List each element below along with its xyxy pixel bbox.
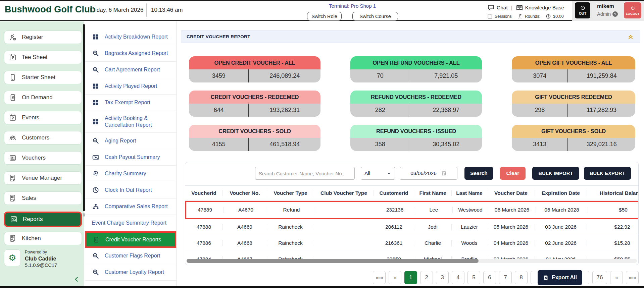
report-menu-item-cash-payout-summary[interactable]: Cash Payout Summary (85, 149, 176, 166)
pagination-page-1[interactable]: 1 (404, 271, 417, 284)
column-header-expiration-date[interactable]: Expiration Date (535, 190, 587, 196)
horizontal-scrollbar-thumb[interactable] (187, 259, 479, 263)
clock-out-button[interactable]: OUT (575, 2, 590, 18)
logout-button[interactable]: LOGOUT (624, 2, 641, 18)
calendar-picker-icon[interactable] (441, 171, 447, 176)
edit-profile-icon[interactable]: ✎ (612, 11, 618, 17)
date-input[interactable]: 03/06/2026 (400, 167, 457, 180)
table-row-highlighted[interactable]: 47889A4670Refund232136LeeWestwood06 Marc… (185, 201, 639, 219)
cell-voucher-no: A4668 (223, 240, 267, 246)
knowledge-base-link[interactable]: Knowledge Base (516, 4, 564, 11)
sidebar-item-starter-sheet[interactable]: Starter Sheet (4, 71, 82, 84)
report-menu-item-activity-breakdown-report[interactable]: Activity Breakdown Report (85, 29, 176, 45)
voucher-table-card: All 03/06/2026 Search Clear BULK IMPORT … (185, 162, 639, 265)
settings-button[interactable]: ⚙ (4, 249, 21, 266)
column-header-voucher-type[interactable]: Voucher Type (267, 190, 314, 196)
search-input[interactable] (255, 167, 355, 180)
report-menu-label: Activity Booking & Cancellation Report (105, 115, 174, 128)
report-menu-item-clock-in-out-report[interactable]: Clock In Out Report (85, 182, 176, 198)
report-menu-item-comparative-sales-report[interactable]: Comparative Sales Report (85, 198, 176, 215)
balance-display[interactable]: $0.00 (546, 14, 563, 19)
column-header-club-voucher-type[interactable]: Club Voucher Type (314, 190, 374, 196)
bulk-import-button[interactable]: BULK IMPORT (532, 167, 579, 180)
horizontal-scrollbar[interactable] (187, 259, 637, 263)
sidebar-item-events[interactable]: Events (4, 111, 82, 124)
voucher-type-selected: All (364, 170, 370, 176)
pagination-page-3[interactable]: 3 (436, 271, 449, 284)
calendar-balloon-icon (8, 114, 17, 122)
report-menu-item-bagracks-assigned-report[interactable]: Bagracks Assigned Report (85, 45, 176, 62)
column-header-customerid[interactable]: CustomerId (374, 190, 414, 196)
pagination-page-7[interactable]: 7 (499, 271, 512, 284)
column-header-voucher-no[interactable]: Voucher No. (223, 190, 267, 196)
sidebar-item-reports[interactable]: Reports (4, 212, 82, 227)
card-title: OPEN REFUND VOUCHERS - ALL (350, 56, 482, 69)
cell-expiration-date: 03 June 2026 (535, 224, 587, 230)
pagination-prev-button[interactable]: « (389, 271, 401, 284)
report-menu-item-customer-flags-report[interactable]: Customer Flags Report (85, 248, 176, 264)
reports-menu-scrollbar[interactable] (83, 24, 85, 211)
export-all-button[interactable]: Export All (538, 270, 582, 285)
column-header-last-name[interactable]: Last Name (452, 190, 487, 196)
logout-label: LOGOUT (626, 12, 640, 15)
cell-voucher-date: 06 March 2026 (488, 207, 536, 213)
report-menu-item-activity-booking-cancellation-report[interactable]: Activity Booking & Cancellation Report (85, 111, 176, 133)
column-header-first-name[interactable]: First Name (414, 190, 452, 196)
pagination-page-2[interactable]: 2 (420, 271, 433, 284)
report-menu-item-tax-exempt-report[interactable]: Tax Exempt Report (85, 95, 176, 111)
sidebar-item-label: Register (22, 34, 43, 41)
report-menu-item-aging-report[interactable]: Aging Report (85, 133, 176, 149)
book-icon (92, 170, 100, 177)
bulk-export-button[interactable]: BULK EXPORT (584, 167, 631, 180)
report-menu-item-customer-loyalty-report[interactable]: Customer Loyalty Report (85, 264, 176, 281)
sidebar-item-on-demand[interactable]: On Demand (4, 91, 82, 104)
report-menu-label: Credit Voucher Reports (105, 236, 161, 243)
clock-icon (92, 187, 100, 193)
main-content: CREDIT VOUCHER REPORT OPEN CREDIT VOUCHE… (177, 21, 644, 286)
sidebar-item-vouchers[interactable]: Vouchers (4, 151, 82, 165)
table-body: 47889A4670Refund232136LeeWestwood06 Marc… (185, 201, 639, 260)
chat-label: Chat (497, 5, 508, 11)
table-row[interactable]: 47888A4669Raincheck206112JodiLauzier05 M… (185, 219, 639, 235)
pagination-page-4[interactable]: 4 (452, 271, 464, 284)
report-menu-item-event-charge-summary-report[interactable]: Event Charge Summary Report (85, 215, 176, 231)
pagination-page-5[interactable]: 5 (467, 271, 480, 284)
pagination-page-76[interactable]: 76 (592, 271, 607, 284)
pagination-first-button[interactable]: ««« (373, 271, 386, 284)
collapse-panel-icon[interactable] (627, 33, 634, 40)
column-header-voucher-date[interactable]: Voucher Date (487, 190, 535, 196)
cell-voucher-no: A4669 (223, 224, 267, 230)
card-body: 298117,282.93 (512, 104, 635, 117)
summary-card-credit-vouchers-redeemed: CREDIT VOUCHERS - REDEEMED644193,262.31 (189, 91, 320, 117)
cell-voucherid: 47886 (185, 240, 223, 246)
sidebar-item-kitchen[interactable]: Kitchen (4, 232, 82, 245)
sidebar-collapse-button[interactable] (73, 276, 81, 284)
column-header-historical-balance[interactable]: Historical Balance (587, 190, 639, 196)
pagination-next-button[interactable]: » (610, 271, 623, 284)
sidebar-item-customers[interactable]: Customers (4, 131, 82, 145)
report-menu-item-charity-summary[interactable]: Charity Summary (85, 166, 176, 182)
pagination-last-button[interactable]: »»» (626, 271, 639, 284)
sidebar-item-register[interactable]: Register (4, 31, 82, 44)
table-row[interactable]: 47886A4668Raincheck216361CharlieWoods04 … (185, 235, 639, 251)
switch-role-button[interactable]: Switch Role (307, 12, 342, 21)
report-menu-item-cart-agreement-report[interactable]: Cart Agreement Report (85, 62, 176, 78)
report-menu-item-credit-voucher-reports[interactable]: Credit Voucher Reports (85, 231, 176, 248)
pagination-page-6[interactable]: 6 (483, 271, 496, 284)
voucher-type-select[interactable]: All (361, 167, 395, 180)
card-body: 3413329,021.16 (512, 138, 635, 151)
clear-button[interactable]: Clear (500, 167, 526, 180)
sidebar-item-tee-sheet[interactable]: Tee Sheet (4, 51, 82, 64)
switch-course-button[interactable]: Switch Course (352, 12, 398, 21)
search-button[interactable]: Search (464, 167, 493, 180)
pagination-page-8[interactable]: 8 (515, 271, 528, 284)
rounds-link[interactable]: Rounds: (517, 13, 541, 19)
card-count: 644 (189, 104, 249, 117)
sidebar-item-sales[interactable]: Sales (4, 191, 82, 205)
sessions-link[interactable]: Sessions (487, 14, 512, 19)
chat-link[interactable]: Chat (487, 4, 508, 11)
report-menu-item-activity-played-report[interactable]: Activity Played Report (85, 78, 176, 95)
summary-card-refund-vouchers-redeemed: REFUND VOUCHERS - REDEEMED28222,368.97 (350, 91, 482, 117)
column-header-voucherid[interactable]: VoucherId (185, 190, 223, 196)
sidebar-item-venue-manager[interactable]: Venue Manager (4, 171, 82, 185)
